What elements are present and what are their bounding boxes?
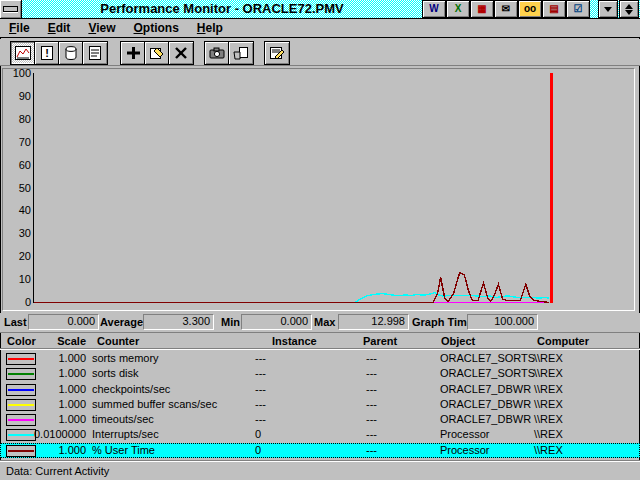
object-cell: Processor <box>440 427 490 442</box>
system-menu-dash-icon <box>3 6 18 12</box>
status-bar: Data: Current Activity <box>0 460 640 480</box>
last-label: Last <box>4 315 27 329</box>
header-computer: Computer <box>537 335 589 348</box>
scale-cell: 1.000 <box>30 412 86 427</box>
chart-area: 0102030405060708090100 <box>2 68 635 311</box>
max-label: Max <box>314 315 335 329</box>
object-cell: ORACLE7_DBWR <box>440 382 531 397</box>
counter-cell: timeouts/sec <box>92 412 154 427</box>
header-parent: Parent <box>363 335 397 348</box>
access-icon[interactable]: ▤ <box>542 0 566 18</box>
object-cell: ORACLE7_SORTS <box>440 351 535 366</box>
computer-cell: \\REX <box>534 382 563 397</box>
scale-cell: 1.000 <box>30 366 86 381</box>
legend-row-user-time[interactable]: 1.000 % User Time 0 --- Processor \\REX <box>0 443 640 458</box>
average-value: 3.300 <box>143 314 214 330</box>
window-title: Performance Monitor - ORACLE72.PMV <box>22 0 422 18</box>
camera-icon <box>209 46 225 60</box>
options-button[interactable] <box>264 41 290 65</box>
menu-item-file[interactable]: File <box>0 19 39 37</box>
update-now-button[interactable] <box>204 41 230 65</box>
legend-row-checkpoints[interactable]: 1.000 checkpoints/sec --- --- ORACLE7_DB… <box>0 382 640 397</box>
counter-cell: % User Time <box>92 443 155 458</box>
restore-button[interactable] <box>619 0 639 18</box>
legend-row-buffer-scans[interactable]: 1.000 summed buffer scans/sec --- --- OR… <box>0 397 640 412</box>
instance-cell: 0 <box>255 443 261 458</box>
header-counter: Counter <box>97 335 139 348</box>
menu-item-edit[interactable]: Edit <box>39 19 80 37</box>
options-icon <box>269 46 285 60</box>
excel-icon[interactable]: X <box>446 0 470 18</box>
time-marker <box>550 73 553 303</box>
restore-down-arrow-icon <box>625 10 633 15</box>
average-label: Average <box>100 315 143 329</box>
object-cell: Processor <box>440 443 490 458</box>
bookmark-button[interactable] <box>228 41 254 65</box>
title-bar: Performance Monitor - ORACLE72.PMV WX▦✉o… <box>0 0 640 19</box>
instance-cell: 0 <box>255 427 261 442</box>
performance-monitor-window: Performance Monitor - ORACLE72.PMV WX▦✉o… <box>0 0 640 480</box>
counter-cell: checkpoints/sec <box>92 382 170 397</box>
max-value: 12.998 <box>338 314 409 330</box>
status-text: Data: Current Activity <box>6 464 109 478</box>
menu-bar: FileEditViewOptionsHelp <box>0 19 640 38</box>
edit-line-button[interactable] <box>144 41 170 65</box>
powerpoint-icon[interactable]: ▦ <box>470 0 494 18</box>
header-instance: Instance <box>272 335 317 348</box>
legend-row-sorts-memory[interactable]: 1.000 sorts memory --- --- ORACLE7_SORTS… <box>0 351 640 366</box>
log-view-button[interactable] <box>58 41 84 65</box>
scale-cell: 1.000 <box>30 351 86 366</box>
header-object: Object <box>441 335 475 348</box>
computer-cell: \\REX <box>534 366 563 381</box>
object-cell: ORACLE7_SORTS <box>440 366 535 381</box>
computer-cell: \\REX <box>534 412 563 427</box>
parent-cell: --- <box>366 427 377 442</box>
object-cell: ORACLE7_DBWR <box>440 397 531 412</box>
mail-icon[interactable]: ✉ <box>494 0 518 18</box>
counter-cell: Interrupts/sec <box>92 427 159 442</box>
minimize-arrow-icon <box>604 7 612 12</box>
delete-line-button[interactable] <box>168 41 194 65</box>
counter-cell: sorts memory <box>92 351 159 366</box>
alert-view-button[interactable]: ! <box>34 41 60 65</box>
add-counter-button[interactable] <box>120 41 146 65</box>
word-icon[interactable]: W <box>422 0 446 18</box>
last-value: 0.000 <box>28 314 99 330</box>
minimize-button[interactable] <box>598 0 618 18</box>
parent-cell: --- <box>366 397 377 412</box>
series-line--user-time <box>34 273 550 303</box>
instance-cell: --- <box>255 412 266 427</box>
report-view-button[interactable] <box>82 41 108 65</box>
counter-cell: summed buffer scans/sec <box>92 397 217 412</box>
computer-cell: \\REX <box>534 443 563 458</box>
scale-cell: 1.000 <box>30 382 86 397</box>
office-icon[interactable]: ☑ <box>566 0 590 18</box>
chart-view-button[interactable] <box>10 41 36 65</box>
min-label: Min <box>221 315 240 329</box>
find-file-icon[interactable]: oo <box>518 0 542 18</box>
divider <box>0 349 640 350</box>
bookmark-icon <box>233 46 249 60</box>
menu-item-help[interactable]: Help <box>188 19 232 37</box>
scale-cell: 1.000 <box>30 443 86 458</box>
restore-up-arrow-icon <box>625 4 633 9</box>
scale-cell: 0.0100000 <box>30 427 86 442</box>
legend-table: 1.000 sorts memory --- --- ORACLE7_SORTS… <box>0 351 640 458</box>
plus-icon <box>125 46 141 60</box>
office-toolbar: WX▦✉oo▤☑ <box>422 0 590 18</box>
legend-row-sorts-disk[interactable]: 1.000 sorts disk --- --- ORACLE7_SORTS \… <box>0 366 640 381</box>
instance-cell: --- <box>255 366 266 381</box>
value-bar: Last 0.000 Average 3.300 Min 0.000 Max 1… <box>0 313 640 332</box>
min-value: 0.000 <box>241 314 312 330</box>
chart-plot <box>3 69 634 310</box>
svg-text:!: ! <box>45 47 49 59</box>
parent-cell: --- <box>366 443 377 458</box>
menu-item-view[interactable]: View <box>79 19 124 37</box>
parent-cell: --- <box>366 412 377 427</box>
counter-cell: sorts disk <box>92 366 138 381</box>
system-menu-icon[interactable] <box>0 0 22 18</box>
legend-row-timeouts[interactable]: 1.000 timeouts/sec --- --- ORACLE7_DBWR … <box>0 412 640 427</box>
menu-item-options[interactable]: Options <box>125 19 188 37</box>
legend-row-interrupts[interactable]: 0.0100000 Interrupts/sec 0 --- Processor… <box>0 427 640 442</box>
report-icon <box>87 46 103 60</box>
